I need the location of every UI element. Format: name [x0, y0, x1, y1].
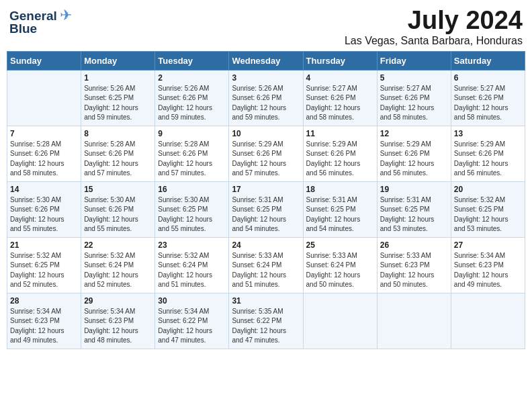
calendar-cell: 3Sunrise: 5:26 AM Sunset: 6:26 PM Daylig…	[229, 70, 303, 126]
calendar-cell: 23Sunrise: 5:32 AM Sunset: 6:24 PM Dayli…	[155, 237, 229, 293]
day-number: 27	[454, 240, 522, 250]
calendar-cell	[451, 293, 525, 349]
week-row-4: 21Sunrise: 5:32 AM Sunset: 6:25 PM Dayli…	[7, 237, 525, 293]
calendar-table: Sunday Monday Tuesday Wednesday Thursday…	[7, 51, 525, 349]
day-number: 17	[232, 185, 300, 194]
day-number: 3	[232, 73, 300, 83]
cell-content: Sunrise: 5:33 AM Sunset: 6:24 PM Dayligh…	[232, 251, 300, 290]
header-tuesday: Tuesday	[155, 51, 229, 70]
day-number: 28	[10, 296, 78, 306]
day-number: 20	[454, 185, 522, 194]
cell-content: Sunrise: 5:34 AM Sunset: 6:23 PM Dayligh…	[84, 307, 152, 346]
logo-blue: Blue	[9, 21, 37, 36]
calendar-cell: 19Sunrise: 5:31 AM Sunset: 6:25 PM Dayli…	[377, 181, 451, 237]
calendar-cell: 11Sunrise: 5:29 AM Sunset: 6:26 PM Dayli…	[303, 126, 377, 181]
days-header-row: Sunday Monday Tuesday Wednesday Thursday…	[7, 51, 525, 70]
cell-content: Sunrise: 5:27 AM Sunset: 6:26 PM Dayligh…	[380, 84, 448, 123]
cell-content: Sunrise: 5:28 AM Sunset: 6:26 PM Dayligh…	[84, 140, 152, 179]
day-number: 9	[158, 129, 226, 138]
calendar-cell: 7Sunrise: 5:28 AM Sunset: 6:26 PM Daylig…	[7, 126, 81, 181]
week-row-3: 14Sunrise: 5:30 AM Sunset: 6:26 PM Dayli…	[7, 181, 525, 237]
calendar-cell: 30Sunrise: 5:34 AM Sunset: 6:22 PM Dayli…	[155, 293, 229, 349]
cell-content: Sunrise: 5:29 AM Sunset: 6:26 PM Dayligh…	[306, 140, 374, 179]
calendar-cell: 9Sunrise: 5:28 AM Sunset: 6:26 PM Daylig…	[155, 126, 229, 181]
calendar-cell: 15Sunrise: 5:30 AM Sunset: 6:26 PM Dayli…	[81, 181, 155, 237]
day-number: 29	[84, 296, 152, 306]
day-number: 19	[380, 185, 448, 194]
cell-content: Sunrise: 5:30 AM Sunset: 6:25 PM Dayligh…	[158, 195, 226, 234]
month-year-title: July 2024	[345, 7, 523, 35]
cell-content: Sunrise: 5:26 AM Sunset: 6:26 PM Dayligh…	[158, 84, 226, 123]
cell-content: Sunrise: 5:34 AM Sunset: 6:23 PM Dayligh…	[10, 307, 78, 346]
calendar-cell: 31Sunrise: 5:35 AM Sunset: 6:22 PM Dayli…	[229, 293, 303, 349]
calendar-cell	[377, 293, 451, 349]
cell-content: Sunrise: 5:27 AM Sunset: 6:26 PM Dayligh…	[306, 84, 374, 123]
calendar-cell: 17Sunrise: 5:31 AM Sunset: 6:25 PM Dayli…	[229, 181, 303, 237]
day-number: 23	[158, 240, 226, 250]
calendar-cell: 22Sunrise: 5:32 AM Sunset: 6:24 PM Dayli…	[81, 237, 155, 293]
calendar-cell: 13Sunrise: 5:29 AM Sunset: 6:26 PM Dayli…	[451, 126, 525, 181]
day-number: 24	[232, 240, 300, 250]
day-number: 25	[306, 240, 374, 250]
cell-content: Sunrise: 5:35 AM Sunset: 6:22 PM Dayligh…	[232, 307, 300, 346]
calendar-cell: 8Sunrise: 5:28 AM Sunset: 6:26 PM Daylig…	[81, 126, 155, 181]
day-number: 30	[158, 296, 226, 306]
day-number: 10	[232, 129, 300, 138]
day-number: 2	[158, 73, 226, 83]
day-number: 6	[454, 73, 522, 83]
cell-content: Sunrise: 5:32 AM Sunset: 6:24 PM Dayligh…	[84, 251, 152, 290]
cell-content: Sunrise: 5:28 AM Sunset: 6:26 PM Dayligh…	[10, 140, 78, 179]
calendar-cell: 21Sunrise: 5:32 AM Sunset: 6:25 PM Dayli…	[7, 237, 81, 293]
calendar-cell: 18Sunrise: 5:31 AM Sunset: 6:25 PM Dayli…	[303, 181, 377, 237]
calendar-cell: 6Sunrise: 5:27 AM Sunset: 6:26 PM Daylig…	[451, 70, 525, 126]
day-number: 21	[10, 240, 78, 250]
cell-content: Sunrise: 5:27 AM Sunset: 6:26 PM Dayligh…	[454, 84, 522, 123]
week-row-2: 7Sunrise: 5:28 AM Sunset: 6:26 PM Daylig…	[7, 126, 525, 181]
cell-content: Sunrise: 5:34 AM Sunset: 6:23 PM Dayligh…	[454, 251, 522, 290]
day-number: 15	[84, 185, 152, 194]
calendar-cell: 5Sunrise: 5:27 AM Sunset: 6:26 PM Daylig…	[377, 70, 451, 126]
day-number: 18	[306, 185, 374, 194]
day-number: 11	[306, 129, 374, 138]
day-number: 22	[84, 240, 152, 250]
cell-content: Sunrise: 5:30 AM Sunset: 6:26 PM Dayligh…	[84, 195, 152, 234]
cell-content: Sunrise: 5:32 AM Sunset: 6:25 PM Dayligh…	[454, 195, 522, 234]
day-number: 1	[84, 73, 152, 83]
calendar-cell: 10Sunrise: 5:29 AM Sunset: 6:26 PM Dayli…	[229, 126, 303, 181]
cell-content: Sunrise: 5:26 AM Sunset: 6:26 PM Dayligh…	[232, 84, 300, 123]
cell-content: Sunrise: 5:31 AM Sunset: 6:25 PM Dayligh…	[232, 195, 300, 234]
calendar-cell: 16Sunrise: 5:30 AM Sunset: 6:25 PM Dayli…	[155, 181, 229, 237]
cell-content: Sunrise: 5:33 AM Sunset: 6:24 PM Dayligh…	[306, 251, 374, 290]
cell-content: Sunrise: 5:29 AM Sunset: 6:26 PM Dayligh…	[380, 140, 448, 179]
day-number: 16	[158, 185, 226, 194]
day-number: 8	[84, 129, 152, 138]
day-number: 7	[10, 129, 78, 138]
header-friday: Friday	[377, 51, 451, 70]
cell-content: Sunrise: 5:34 AM Sunset: 6:22 PM Dayligh…	[158, 307, 226, 346]
header-thursday: Thursday	[303, 51, 377, 70]
calendar-cell: 1Sunrise: 5:26 AM Sunset: 6:25 PM Daylig…	[81, 70, 155, 126]
cell-content: Sunrise: 5:28 AM Sunset: 6:26 PM Dayligh…	[158, 140, 226, 179]
cell-content: Sunrise: 5:26 AM Sunset: 6:25 PM Dayligh…	[84, 84, 152, 123]
day-number: 5	[380, 73, 448, 83]
day-number: 13	[454, 129, 522, 138]
calendar-cell: 28Sunrise: 5:34 AM Sunset: 6:23 PM Dayli…	[7, 293, 81, 349]
day-number: 14	[10, 185, 78, 194]
calendar-cell: 29Sunrise: 5:34 AM Sunset: 6:23 PM Dayli…	[81, 293, 155, 349]
header-saturday: Saturday	[451, 51, 525, 70]
calendar-cell	[303, 293, 377, 349]
day-number: 4	[306, 73, 374, 83]
calendar-cell: 12Sunrise: 5:29 AM Sunset: 6:26 PM Dayli…	[377, 126, 451, 181]
calendar-cell: 2Sunrise: 5:26 AM Sunset: 6:26 PM Daylig…	[155, 70, 229, 126]
cell-content: Sunrise: 5:29 AM Sunset: 6:26 PM Dayligh…	[232, 140, 300, 179]
calendar-cell: 26Sunrise: 5:33 AM Sunset: 6:23 PM Dayli…	[377, 237, 451, 293]
cell-content: Sunrise: 5:33 AM Sunset: 6:23 PM Dayligh…	[380, 251, 448, 290]
calendar-cell: 27Sunrise: 5:34 AM Sunset: 6:23 PM Dayli…	[451, 237, 525, 293]
calendar-cell: 14Sunrise: 5:30 AM Sunset: 6:26 PM Dayli…	[7, 181, 81, 237]
calendar-cell	[7, 70, 81, 126]
calendar-cell: 25Sunrise: 5:33 AM Sunset: 6:24 PM Dayli…	[303, 237, 377, 293]
day-number: 31	[232, 296, 300, 306]
week-row-5: 28Sunrise: 5:34 AM Sunset: 6:23 PM Dayli…	[7, 293, 525, 349]
cell-content: Sunrise: 5:30 AM Sunset: 6:26 PM Dayligh…	[10, 195, 78, 234]
header-monday: Monday	[81, 51, 155, 70]
